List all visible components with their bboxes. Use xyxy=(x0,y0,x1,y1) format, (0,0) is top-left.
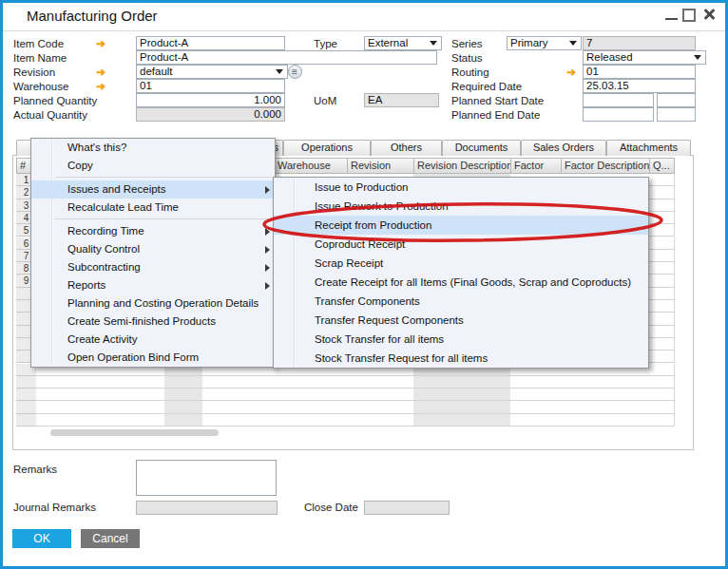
grid-cell[interactable] xyxy=(649,237,675,250)
revision-link-arrow-icon[interactable]: ➜ xyxy=(96,66,105,78)
close-icon[interactable] xyxy=(703,9,715,20)
grid-cell[interactable] xyxy=(510,414,562,427)
context-menu-item-reports[interactable]: Reports xyxy=(31,276,275,294)
grid-cell[interactable] xyxy=(347,376,414,389)
grid-cell[interactable] xyxy=(649,389,675,401)
grid-cell[interactable] xyxy=(274,389,348,401)
planned-quantity-input[interactable]: 1.000 xyxy=(136,93,285,107)
grid-cell[interactable] xyxy=(649,313,675,325)
grid-cell[interactable] xyxy=(510,376,562,389)
column-header-revision-description[interactable]: Revision Description xyxy=(413,158,511,174)
warehouse-input[interactable]: 01 xyxy=(136,79,285,93)
planned-end-time-input[interactable] xyxy=(657,107,696,122)
submenu-item-stock-transfer-for-all-items[interactable]: Stock Transfer for all items xyxy=(274,330,648,349)
tab-others[interactable]: Others xyxy=(371,140,442,156)
grid-cell[interactable] xyxy=(649,275,675,287)
grid-cell[interactable] xyxy=(649,401,675,413)
routing-input[interactable]: 01 xyxy=(583,65,696,79)
row-number-cell[interactable] xyxy=(16,414,37,427)
row-number-cell[interactable] xyxy=(16,376,37,389)
grid-cell[interactable] xyxy=(649,186,675,199)
grid-cell[interactable] xyxy=(202,389,275,401)
tab-sales-orders[interactable]: Sales Orders xyxy=(521,140,606,156)
submenu-item-issue-to-production[interactable]: Issue to Production xyxy=(274,178,648,197)
context-menu-item-recalculate-lead-time[interactable]: Recalculate Lead Time xyxy=(31,199,275,217)
column-header-warehouse[interactable]: Warehouse xyxy=(274,158,348,174)
context-menu-item-planning-and-costing-operation-details[interactable]: Planning and Costing Operation Details xyxy=(31,294,275,313)
grid-cell[interactable] xyxy=(87,389,165,401)
grid-cell[interactable] xyxy=(510,401,562,413)
grid-cell[interactable] xyxy=(274,401,348,413)
grid-cell[interactable] xyxy=(274,414,348,427)
context-menu-item-issues-and-receipts[interactable]: Issues and Receipts xyxy=(31,180,275,199)
grid-cell[interactable] xyxy=(164,414,203,427)
revision-options-icon[interactable] xyxy=(288,65,302,79)
submenu-item-scrap-receipt[interactable]: Scrap Receipt xyxy=(274,254,648,273)
grid-cell[interactable] xyxy=(649,199,675,212)
grid-cell[interactable] xyxy=(164,376,203,389)
context-menu-item-subcontracting[interactable]: Subcontracting xyxy=(31,258,275,276)
status-select[interactable]: Released xyxy=(583,50,706,65)
grid-cell[interactable] xyxy=(561,401,650,413)
grid-cell[interactable] xyxy=(347,414,414,427)
submenu-item-coproduct-receipt[interactable]: Coproduct Receipt xyxy=(274,235,648,254)
grid-cell[interactable] xyxy=(649,250,675,262)
grid-cell[interactable] xyxy=(202,401,275,413)
grid-cell[interactable] xyxy=(164,389,203,401)
planned-end-date-input[interactable] xyxy=(583,107,654,122)
planned-start-date-input[interactable] xyxy=(583,93,654,107)
grid-cell[interactable] xyxy=(649,338,675,351)
grid-cell[interactable] xyxy=(649,262,675,275)
grid-cell[interactable] xyxy=(561,414,650,427)
ok-button[interactable]: OK xyxy=(12,529,71,548)
tab-documents[interactable]: Documents xyxy=(442,140,521,156)
row-number-cell[interactable] xyxy=(16,389,37,401)
grid-cell[interactable] xyxy=(87,376,165,389)
grid-cell[interactable] xyxy=(649,376,675,389)
grid-cell[interactable] xyxy=(649,414,675,427)
grid-cell[interactable] xyxy=(164,401,203,413)
context-menu-item-what-s-this[interactable]: What's this? xyxy=(31,139,275,157)
revision-select[interactable]: default xyxy=(136,65,288,79)
submenu-item-receipt-from-production[interactable]: Receipt from Production xyxy=(274,216,648,235)
grid-cell[interactable] xyxy=(561,376,650,389)
type-select[interactable]: External xyxy=(364,36,442,50)
context-menu-item-quality-control[interactable]: Quality Control xyxy=(31,240,275,258)
column-header-factor-description[interactable]: Factor Description xyxy=(561,158,650,174)
grid-cell[interactable] xyxy=(87,414,165,427)
grid-cell[interactable] xyxy=(202,414,275,427)
remarks-input[interactable] xyxy=(136,460,277,496)
warehouse-link-arrow-icon[interactable]: ➜ xyxy=(96,81,105,92)
grid-cell[interactable] xyxy=(649,326,675,338)
planned-start-time-input[interactable] xyxy=(657,93,696,107)
column-header-factor[interactable]: Factor xyxy=(510,158,562,174)
grid-cell[interactable] xyxy=(510,389,562,401)
context-menu-item-create-activity[interactable]: Create Activity xyxy=(31,331,275,349)
context-menu-item-recording-time[interactable]: Recording Time xyxy=(31,222,275,240)
item-name-input[interactable]: Product-A xyxy=(136,50,437,65)
grid-cell[interactable] xyxy=(649,212,675,224)
series-select[interactable]: Primary xyxy=(507,36,582,50)
grid-cell[interactable] xyxy=(649,288,675,300)
grid-cell[interactable] xyxy=(413,376,511,389)
grid-cell[interactable] xyxy=(649,224,675,237)
maximize-icon[interactable] xyxy=(682,9,696,22)
context-menu-item-open-operation-bind-form[interactable]: Open Operation Bind Form xyxy=(31,349,275,367)
grid-cell[interactable] xyxy=(649,364,675,376)
grid-cell[interactable] xyxy=(36,376,88,389)
grid-cell[interactable] xyxy=(36,401,88,413)
grid-cell[interactable] xyxy=(274,376,348,389)
submenu-item-stock-transfer-request-for-all-items[interactable]: Stock Transfer Request for all items xyxy=(274,349,648,368)
grid-cell[interactable] xyxy=(36,414,88,427)
grid-cell[interactable] xyxy=(36,389,88,401)
grid-cell[interactable] xyxy=(649,300,675,313)
row-number-cell[interactable] xyxy=(16,401,37,413)
minimize-icon[interactable] xyxy=(665,18,678,20)
grid-cell[interactable] xyxy=(347,401,414,413)
item-code-input[interactable]: Product-A xyxy=(136,36,285,50)
tab-operations[interactable]: Operations xyxy=(283,140,371,156)
grid-cell[interactable] xyxy=(347,389,414,401)
item-code-link-arrow-icon[interactable]: ➜ xyxy=(96,38,105,49)
grid-cell[interactable] xyxy=(413,401,511,413)
required-date-input[interactable]: 25.03.15 xyxy=(583,79,696,93)
